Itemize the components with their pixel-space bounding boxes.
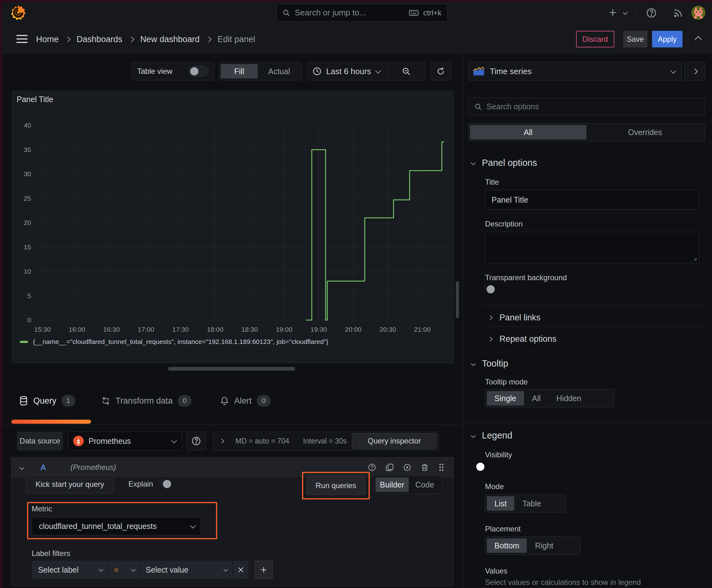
table-view-control[interactable]: Table view	[132, 62, 214, 80]
transparent-bg-toggle[interactable]	[485, 284, 486, 290]
bell-icon	[220, 396, 229, 405]
drag-handle-icon[interactable]	[438, 463, 445, 472]
group-divider	[463, 422, 712, 422]
duplicate-query-icon[interactable]	[385, 463, 394, 472]
metric-label: Metric	[32, 504, 52, 513]
resize-handle-icon[interactable]	[692, 256, 697, 261]
tooltip-hidden-segment[interactable]: Hidden	[549, 391, 589, 405]
panel: Panel Title 051015202530354015:3016:0016…	[12, 91, 454, 363]
query-inspector-button[interactable]: Query inspector	[352, 433, 437, 449]
query-help-icon[interactable]	[368, 463, 376, 472]
svg-text:17:30: 17:30	[172, 326, 189, 333]
grafana-edit-panel-screen: Search or jump to... ctrl+k	[0, 0, 712, 588]
delete-query-trash-icon[interactable]	[420, 463, 429, 472]
metric-value: cloudflared_tunnel_total_requests	[39, 522, 191, 531]
visualization-picker[interactable]: Time series	[468, 62, 682, 81]
svg-text:15:30: 15:30	[34, 326, 51, 333]
horizontal-scrollbar[interactable]	[168, 367, 295, 371]
discard-button[interactable]: Discard	[576, 31, 614, 47]
timeseries-chart[interactable]: 051015202530354015:3016:0016:3017:0017:3…	[12, 91, 454, 363]
query-row-header[interactable]: A (Prometheus)	[11, 457, 454, 478]
tooltip-header[interactable]: Tooltip	[472, 357, 508, 370]
title-label: Title	[485, 178, 499, 187]
panel-links-header[interactable]: Panel links	[489, 310, 541, 325]
remove-filter-button[interactable]	[233, 561, 248, 579]
panel-options-header[interactable]: Panel options	[472, 156, 537, 170]
news-rss-icon[interactable]	[672, 7, 684, 19]
svg-text:5: 5	[27, 292, 31, 299]
mode-list-segment[interactable]: List	[487, 496, 514, 511]
operator-value: =	[114, 565, 132, 574]
time-range-picker[interactable]: Last 6 hours	[307, 62, 425, 80]
active-tab-underline	[11, 420, 91, 424]
table-view-label: Table view	[137, 67, 172, 76]
menu-toggle-icon[interactable]	[15, 33, 29, 45]
help-icon[interactable]	[645, 7, 657, 19]
explain-toggle[interactable]	[161, 479, 162, 485]
collapse-header-icon[interactable]	[696, 37, 701, 42]
tab-alert[interactable]: Alert 0	[220, 392, 271, 410]
options-expand-icon[interactable]	[219, 439, 224, 443]
tab-alert-label: Alert	[234, 396, 252, 406]
panel-title-input[interactable]: Panel Title	[485, 190, 699, 210]
legend-header[interactable]: Legend	[472, 428, 512, 442]
visibility-label: Visibility	[485, 450, 512, 459]
add-button[interactable]	[607, 7, 619, 18]
builder-segment[interactable]: Builder	[375, 478, 409, 492]
select-label-dropdown[interactable]: Select label	[32, 561, 108, 579]
datasource-picker[interactable]: Prometheus	[68, 432, 182, 450]
placement-right-segment[interactable]: Right	[527, 538, 561, 553]
label-filters-label: Label filters	[32, 549, 70, 558]
search-shortcut: ctrl+k	[423, 8, 441, 17]
breadcrumb-home[interactable]: Home	[36, 35, 59, 44]
search-input[interactable]: Search or jump to... ctrl+k	[276, 4, 447, 22]
zoom-out-icon[interactable]	[387, 67, 425, 76]
svg-text:35: 35	[24, 146, 31, 153]
fill-actual-control: Fill Actual	[219, 62, 302, 80]
repeat-options-header[interactable]: Repeat options	[489, 332, 557, 346]
add-caret-icon[interactable]	[624, 11, 627, 14]
run-queries-button[interactable]: Run queries	[306, 476, 365, 495]
breadcrumb-separator-icon	[65, 37, 70, 42]
disable-query-eye-icon[interactable]	[403, 463, 412, 472]
search-icon	[282, 9, 290, 17]
mode-table-segment[interactable]: Table	[515, 496, 549, 511]
tooltip-mode-control: Single All Hidden	[485, 389, 614, 407]
select-value-dropdown[interactable]: Select value	[139, 561, 232, 579]
metric-select[interactable]: cloudflared_tunnel_total_requests	[32, 517, 201, 535]
fill-segment[interactable]: Fill	[221, 64, 258, 79]
tooltip-single-segment[interactable]: Single	[487, 391, 524, 405]
legend-title: Legend	[482, 430, 512, 441]
table-view-toggle[interactable]	[189, 66, 209, 77]
tab-transform-label: Transform data	[115, 396, 173, 406]
breadcrumb-dashboards[interactable]: Dashboards	[77, 35, 123, 44]
vertical-scrollbar[interactable]	[456, 281, 459, 318]
search-placeholder: Search or jump to...	[295, 8, 404, 18]
apply-button[interactable]: Apply	[652, 31, 683, 47]
code-segment[interactable]: Code	[409, 478, 440, 492]
tab-query[interactable]: Query 1	[19, 392, 75, 410]
tab-transform[interactable]: Transform data 0	[101, 392, 192, 410]
tab-overrides[interactable]: Overrides	[587, 125, 704, 140]
legend-item[interactable]: {__name__="cloudflared_tunnel_total_requ…	[20, 338, 328, 345]
tab-all[interactable]: All	[470, 125, 586, 140]
operator-dropdown[interactable]: =	[108, 561, 139, 579]
query-count-badge: 1	[62, 395, 75, 407]
breadcrumb-new-dashboard[interactable]: New dashboard	[140, 35, 200, 44]
actual-segment[interactable]: Actual	[258, 64, 300, 79]
save-button[interactable]: Save	[623, 31, 647, 47]
svg-text:16:00: 16:00	[69, 326, 85, 333]
query-collapse-icon[interactable]	[19, 465, 24, 470]
tab-query-label: Query	[33, 396, 57, 406]
kick-start-button[interactable]: Kick start your query	[26, 475, 114, 493]
grafana-logo-icon[interactable]	[10, 4, 26, 22]
user-avatar[interactable]	[691, 6, 706, 20]
placement-bottom-segment[interactable]: Bottom	[487, 538, 527, 553]
datasource-help-button[interactable]	[187, 432, 206, 450]
add-filter-button[interactable]	[255, 561, 273, 579]
description-textarea[interactable]	[485, 232, 699, 263]
tooltip-all-segment[interactable]: All	[524, 391, 548, 405]
options-search-input[interactable]: Search options	[468, 98, 705, 115]
toggle-viz-picker-button[interactable]	[684, 62, 705, 81]
refresh-button[interactable]	[431, 62, 451, 80]
